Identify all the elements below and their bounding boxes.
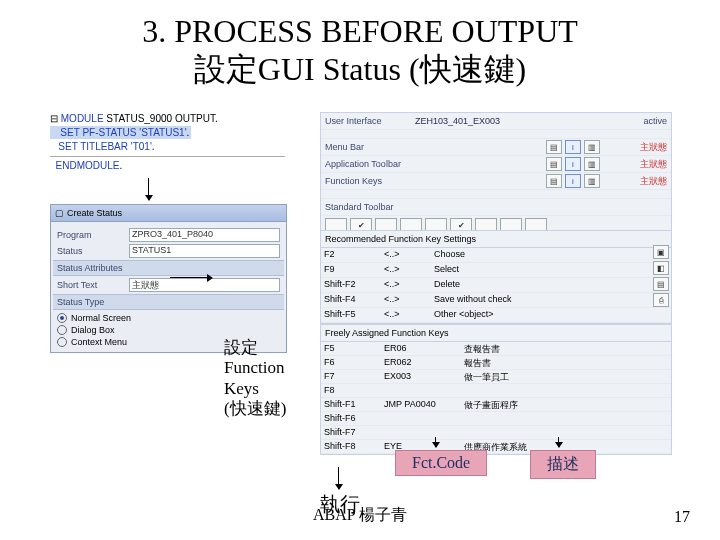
info-icon[interactable]: i: [565, 140, 581, 154]
arrow-desc: [558, 437, 559, 447]
recommended-header: Recommended Function Key Settings: [325, 234, 476, 244]
arrow-code-to-dialog: [148, 178, 149, 200]
status-label: Status: [57, 246, 129, 256]
arrow-fctcode: [435, 437, 436, 447]
info-icon[interactable]: i: [565, 157, 581, 171]
standard-toolbar-label: Standard Toolbar: [325, 202, 393, 212]
box-icon: ▢: [55, 208, 64, 218]
expand-icon[interactable]: ▤: [546, 157, 562, 171]
user-interface-label: User Interface: [325, 116, 415, 126]
user-interface-value: ZEH103_401_EX003: [415, 116, 500, 126]
program-input[interactable]: ZPRO3_401_P8040: [129, 228, 280, 242]
status-attributes-header: Status Attributes: [53, 260, 284, 276]
program-label: Program: [57, 230, 129, 240]
footer-author: ABAP 楊子青: [0, 505, 720, 526]
shorttext-input[interactable]: 主狀態: [129, 278, 280, 292]
desc-callout: 描述: [530, 450, 596, 479]
expand-icon[interactable]: ▤: [546, 174, 562, 188]
function-keys-row[interactable]: Function Keys ▤ i ▥ 主狀態: [321, 173, 671, 190]
expand-icon[interactable]: ▤: [546, 140, 562, 154]
side-btn[interactable]: ◧: [653, 261, 669, 275]
sap-gui-status-panel: User Interface ZEH103_401_EX003 active M…: [320, 112, 672, 236]
radio-normal-screen[interactable]: Normal Screen: [57, 312, 280, 324]
status-input[interactable]: STATUS1: [129, 244, 280, 258]
app-toolbar-row[interactable]: Application Toolbar ▤ i ▥ 主狀態: [321, 156, 671, 173]
freely-assigned-panel: Freely Assigned Function Keys F5ER06查報告書…: [320, 324, 672, 455]
radio-dialog-box[interactable]: Dialog Box: [57, 324, 280, 336]
radio-icon: [57, 313, 67, 323]
menu-bar-row[interactable]: Menu Bar ▤ i ▥ 主狀態: [321, 139, 671, 156]
freely-assigned-header: Freely Assigned Function Keys: [325, 328, 449, 338]
dialog-titlebar: ▢ Create Status: [51, 205, 286, 222]
active-status: active: [643, 116, 667, 126]
note-icon[interactable]: ▥: [584, 157, 600, 171]
fctcode-callout: Fct.Code: [395, 450, 487, 476]
status-type-header: Status Type: [53, 294, 284, 310]
page-number: 17: [674, 508, 690, 526]
recommended-grid: F2<..>Choose F9<..>Select Shift-F2<..>De…: [321, 248, 671, 323]
abap-code-panel: ⊟ MODULE STATUS_9000 OUTPUT. SET PF-STAT…: [50, 112, 285, 173]
annotation-function-keys: 設定 Function Keys (快速鍵): [224, 338, 286, 420]
note-icon[interactable]: ▥: [584, 174, 600, 188]
shorttext-label: Short Text: [57, 280, 129, 290]
info-icon[interactable]: i: [565, 174, 581, 188]
side-btn[interactable]: ⎙: [653, 293, 669, 307]
create-status-dialog: ▢ Create Status Program ZPRO3_401_P8040 …: [50, 204, 287, 353]
radio-icon: [57, 337, 67, 347]
side-btn[interactable]: ▤: [653, 277, 669, 291]
arrow-execute: [338, 467, 339, 489]
slide-title: 3. PROCESS BEFORE OUTPUT 設定GUI Status (快…: [0, 0, 720, 89]
recommended-fkeys-panel: Recommended Function Key Settings F2<..>…: [320, 230, 672, 324]
radio-icon: [57, 325, 67, 335]
note-icon[interactable]: ▥: [584, 140, 600, 154]
side-btn[interactable]: ▣: [653, 245, 669, 259]
arrow-to-shorttext: [170, 277, 212, 278]
